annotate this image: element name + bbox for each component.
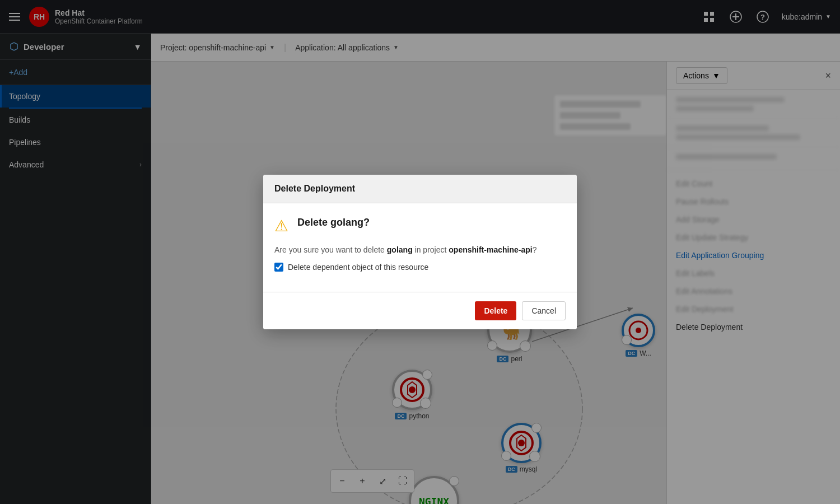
modal-warning: ⚠ Delete golang? xyxy=(274,217,566,235)
modal-footer: Delete Cancel xyxy=(263,292,577,329)
checkbox-label-text: Delete dependent object of this resource xyxy=(288,263,428,272)
modal-project-name: openshift-machine-api xyxy=(449,245,532,254)
modal-header: Delete Deployment xyxy=(263,175,577,203)
modal-overlay: Delete Deployment ⚠ Delete golang? Are y… xyxy=(0,0,840,504)
delete-deployment-modal: Delete Deployment ⚠ Delete golang? Are y… xyxy=(263,175,577,329)
modal-desc-part2: in project xyxy=(413,245,449,254)
modal-description: Are you sure you want to delete golang i… xyxy=(274,244,566,256)
modal-title: Delete Deployment xyxy=(274,184,355,193)
modal-resource-name: golang xyxy=(387,245,413,254)
delete-dependent-checkbox[interactable] xyxy=(274,263,283,272)
modal-body: ⚠ Delete golang? Are you sure you want t… xyxy=(263,203,577,292)
delete-button[interactable]: Delete xyxy=(475,301,516,320)
modal-delete-title: Delete golang? xyxy=(297,217,370,228)
modal-checkbox-label[interactable]: Delete dependent object of this resource xyxy=(274,263,566,272)
cancel-button[interactable]: Cancel xyxy=(522,301,566,320)
modal-desc-part3: ? xyxy=(533,245,537,254)
warning-icon: ⚠ xyxy=(274,217,288,235)
modal-desc-part1: Are you sure you want to delete xyxy=(274,245,387,254)
